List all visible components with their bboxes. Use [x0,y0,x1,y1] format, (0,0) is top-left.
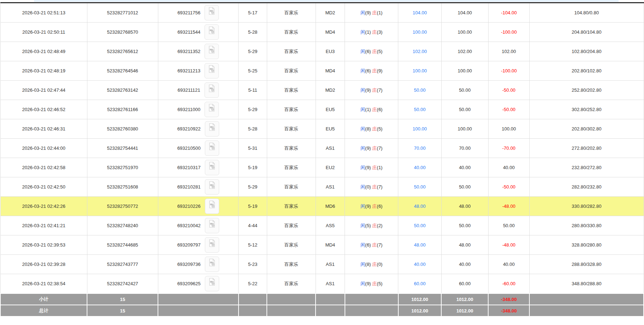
cell-table-round: 5-29 [239,100,267,119]
table-row[interactable]: 2026-03-21 02:50:11523282768570693211544… [0,23,644,42]
bet-records-table: 2026-03-21 02:51:13523282771012693211756… [0,2,644,317]
cell-valid-amount: 70.00 [441,139,488,158]
video-replay-icon [208,142,216,150]
cell-valid-amount: 40.00 [441,255,488,274]
cell-balance: 202.80/102.80 [529,61,644,81]
player-label: 闲 [361,165,365,170]
cell-room-code: AS1 [316,274,345,294]
cell-game-name: 百家乐 [267,235,316,255]
cell-win-loss: -100.00 [488,23,529,42]
cell-valid-amount: 60.00 [441,274,488,294]
cell-order-number: 523282751608 [87,177,158,197]
table-row[interactable]: 2026-03-21 02:42:58523282751970693210317… [0,158,644,177]
banker-label: 庄 [372,126,377,132]
cell-valid-amount: 50.00 [441,100,488,119]
cell-win-loss: -50.00 [488,81,529,100]
cell-balance: 328.80/280.80 [529,235,644,255]
table-row[interactable]: 2026-03-21 02:42:50523282751608693210281… [0,177,644,197]
video-replay-button[interactable] [205,82,219,98]
cell-room-code: AS1 [316,177,345,197]
video-replay-button[interactable] [205,218,219,233]
cell-round-number: 693211352 [158,42,239,61]
cell-round-number: 693210226 [158,197,239,216]
cell-room-code: MD4 [316,235,345,255]
round-number-text: 693210500 [177,145,201,151]
footer-bet-total: 1012.00 [398,293,441,305]
round-number-text: 693209625 [177,281,201,286]
video-replay-button[interactable] [205,179,219,195]
player-label: 闲 [361,49,365,54]
video-replay-button[interactable] [205,257,219,272]
player-label: 闲 [361,281,365,286]
video-replay-button[interactable] [205,102,219,117]
cell-bet-time: 2026-03-21 02:42:26 [0,197,87,216]
video-replay-button[interactable] [205,237,219,253]
cell-game-name: 百家乐 [267,100,316,119]
table-row[interactable]: 2026-03-21 02:46:52523282761166693211000… [0,100,644,119]
cell-game-name: 百家乐 [267,177,316,197]
cell-valid-amount: 100.00 [441,61,488,81]
cell-bet-time: 2026-03-21 02:51:13 [0,3,87,23]
video-replay-icon [208,26,215,34]
table-row[interactable]: 2026-03-21 02:44:00523282754441693210500… [0,139,644,158]
video-replay-button[interactable] [205,276,219,291]
cell-table-round: 5-29 [239,177,267,197]
cell-game-result: 闲(0) 庄(7) [345,177,398,197]
video-replay-button[interactable] [205,140,219,156]
cell-win-loss: -50.00 [488,177,529,197]
cell-game-name: 百家乐 [267,61,316,81]
cell-valid-amount: 50.00 [441,81,488,100]
cell-win-loss: -70.00 [488,139,529,158]
cell-balance: 302.80/252.80 [529,100,644,119]
cell-game-result: 闲(1) 庄(6) [345,100,398,119]
cell-bet-time: 2026-03-21 02:38:54 [0,274,87,294]
cell-bet-time: 2026-03-21 02:39:53 [0,235,87,255]
video-replay-button[interactable] [205,63,219,78]
video-replay-button[interactable] [205,5,219,20]
cell-game-name: 百家乐 [267,23,316,42]
table-row[interactable]: 2026-03-21 02:47:44523282763142693211121… [0,81,644,100]
table-row[interactable]: 2026-03-21 02:38:54523282742427693209625… [0,274,644,294]
cell-win-loss: 40.00 [488,158,529,177]
table-row[interactable]: 2026-03-21 02:48:49523282765612693211352… [0,42,644,61]
cell-game-result: 闲(6) 庄(9) [345,61,398,81]
table-row[interactable]: 2026-03-21 02:41:21523282748240693210042… [0,216,644,235]
player-label: 闲 [361,10,365,15]
player-label: 闲 [361,223,365,228]
video-replay-button[interactable] [205,160,219,175]
table-row[interactable]: 2026-03-21 02:48:19523282764546693211213… [0,61,644,81]
cell-balance: 202.80/302.80 [529,119,644,139]
cell-bet-time: 2026-03-21 02:41:21 [0,216,87,235]
video-replay-button[interactable] [205,44,219,59]
video-replay-icon [208,46,215,54]
cell-order-number: 523282764546 [87,61,158,81]
banker-label: 庄 [372,204,377,209]
footer-empty-round [158,293,239,305]
table-row[interactable]: 2026-03-21 02:39:28523282743777693209736… [0,255,644,274]
cell-game-result: 闲(8) 庄(5) [345,119,398,139]
cell-table-round: 5-17 [239,3,267,23]
player-label: 闲 [361,29,365,35]
cell-table-round: 5-11 [239,81,267,100]
cell-game-result: 闲(9) 庄(6) [345,197,398,216]
video-replay-button[interactable] [205,199,219,214]
footer-empty-table-round [239,293,267,305]
table-row[interactable]: 2026-03-21 02:46:31523282760380693210922… [0,119,644,139]
table-row[interactable]: 2026-03-21 02:51:13523282771012693211756… [0,3,644,23]
cell-bet-amount: 50.00 [398,100,441,119]
cell-bet-amount: 48.00 [398,197,441,216]
cell-bet-amount: 100.00 [398,119,441,139]
footer-empty-result [345,305,398,316]
table-row[interactable]: 2026-03-21 02:42:26523282750772693210226… [0,197,644,216]
cell-room-code: AS1 [316,255,345,274]
cell-round-number: 693211756 [158,3,239,23]
video-replay-button[interactable] [205,24,219,40]
cell-room-code: AS1 [316,139,345,158]
cell-table-round: 5-29 [239,42,267,61]
table-row[interactable]: 2026-03-21 02:39:53523282744685693209797… [0,235,644,255]
video-replay-button[interactable] [205,121,219,137]
round-number-text: 693211213 [177,68,200,73]
footer-bet-total: 1012.00 [398,305,441,316]
banker-label: 庄 [372,223,377,228]
cell-round-number: 693210500 [158,139,239,158]
